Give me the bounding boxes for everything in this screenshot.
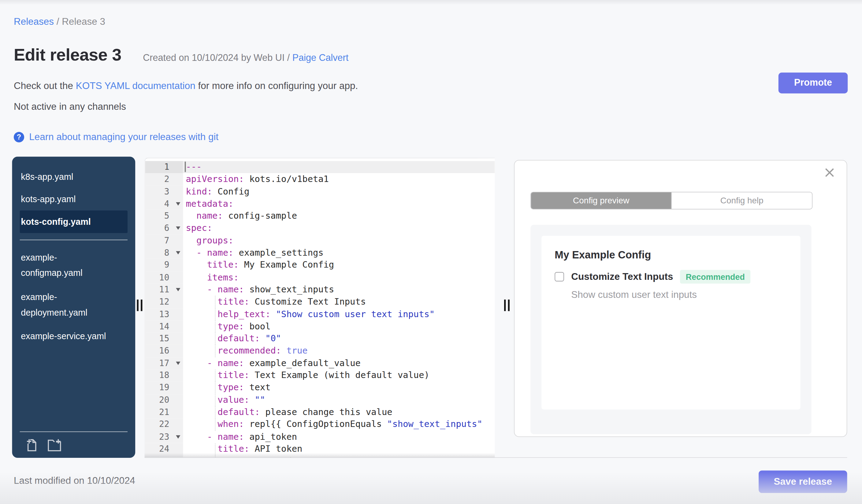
code-text[interactable]: metadata:: [183, 198, 495, 210]
kots-yaml-doc-link[interactable]: KOTS YAML documentation: [76, 80, 195, 91]
breadcrumb-releases-link[interactable]: Releases: [14, 16, 54, 27]
code-text[interactable]: title: Text Example (with default value): [183, 369, 495, 382]
code-line-15[interactable]: 15 default: "0": [145, 333, 495, 345]
file-item-kots-app.yaml[interactable]: kots-app.yaml: [20, 188, 128, 211]
question-icon[interactable]: ?: [14, 132, 24, 142]
line-number[interactable]: 9: [145, 259, 183, 271]
code-line-6[interactable]: 6spec:: [145, 222, 495, 235]
code-line-8[interactable]: 8 - name: example_settings: [145, 247, 495, 259]
file-item-label: k8s-app.yaml: [21, 171, 126, 183]
file-item-example-configmap.yaml[interactable]: example-configmap.yaml: [20, 246, 128, 285]
code-text[interactable]: spec:: [183, 222, 495, 235]
promote-button[interactable]: Promote: [779, 72, 848, 93]
code-text[interactable]: items:: [183, 271, 495, 283]
file-item-example-deployment.yaml[interactable]: example-deployment.yaml: [20, 285, 128, 325]
line-number[interactable]: 8: [145, 247, 183, 259]
code-text[interactable]: groups:: [183, 235, 495, 247]
code-text[interactable]: type: bool: [183, 320, 495, 333]
code-text[interactable]: default: "0": [183, 333, 495, 345]
fold-arrow-icon[interactable]: [176, 251, 180, 254]
line-number[interactable]: 5: [145, 210, 183, 222]
code-line-14[interactable]: 14 type: bool: [145, 320, 495, 333]
code-line-9[interactable]: 9 title: My Example Config: [145, 259, 495, 271]
line-number[interactable]: 12: [145, 296, 183, 308]
code-line-18[interactable]: 18 title: Text Example (with default val…: [145, 369, 495, 382]
splitter-handle-left[interactable]: [137, 300, 143, 311]
code-text[interactable]: value: "": [183, 394, 495, 406]
code-text[interactable]: recommended: true: [183, 345, 495, 357]
code-text[interactable]: - name: example_default_value: [183, 357, 495, 369]
code-token: please change this value: [260, 407, 392, 417]
line-number[interactable]: 2: [145, 173, 183, 186]
code-line-23[interactable]: 23 - name: api_token: [145, 430, 495, 443]
code-line-19[interactable]: 19 type: text: [145, 382, 495, 394]
tab-config-preview[interactable]: Config preview: [531, 193, 671, 209]
code-text[interactable]: title: My Example Config: [183, 259, 495, 271]
close-icon[interactable]: [823, 167, 836, 179]
line-number[interactable]: 7: [145, 235, 183, 247]
code-text[interactable]: - name: show_text_inputs: [183, 283, 495, 296]
line-number[interactable]: 10: [145, 271, 183, 283]
code-line-20[interactable]: 20 value: "": [145, 394, 495, 406]
code-line-13[interactable]: 13 help_text: "Show custom user text inp…: [145, 308, 495, 320]
code-line-22[interactable]: 22 when: repl{{ ConfigOptionEquals "show…: [145, 419, 495, 430]
new-folder-icon[interactable]: [47, 438, 62, 452]
created-author-link[interactable]: Paige Calvert: [292, 53, 349, 63]
code-text[interactable]: when: repl{{ ConfigOptionEquals "show_te…: [183, 419, 495, 430]
code-text[interactable]: - name: api_token: [183, 430, 495, 443]
line-number[interactable]: 3: [145, 186, 183, 198]
code-text[interactable]: name: config-sample: [183, 210, 495, 222]
line-number[interactable]: 20: [145, 394, 183, 406]
fold-arrow-icon[interactable]: [176, 202, 180, 205]
code-text[interactable]: title: Customize Text Inputs: [183, 296, 495, 308]
line-number[interactable]: 22: [145, 419, 183, 430]
line-number[interactable]: 1: [145, 161, 183, 173]
code-line-10[interactable]: 10 items:: [145, 271, 495, 283]
line-number[interactable]: 21: [145, 406, 183, 419]
file-item-example-service.yaml[interactable]: example-service.yaml: [20, 325, 128, 347]
customize-text-inputs-checkbox[interactable]: [554, 272, 564, 282]
code-token: [186, 431, 207, 442]
code-line-12[interactable]: 12 title: Customize Text Inputs: [145, 296, 495, 308]
code-text[interactable]: apiVersion: kots.io/v1beta1: [183, 173, 495, 186]
code-text[interactable]: help_text: "Show custom user text inputs…: [183, 308, 495, 320]
code-text[interactable]: - name: example_settings: [183, 247, 495, 259]
line-number[interactable]: 6: [145, 222, 183, 235]
fold-arrow-icon[interactable]: [176, 288, 180, 291]
code-line-4[interactable]: 4metadata:: [145, 198, 495, 210]
code-text[interactable]: type: text: [183, 382, 495, 394]
line-number[interactable]: 23: [145, 430, 183, 443]
code-text[interactable]: default: please change this value: [183, 406, 495, 419]
line-number[interactable]: 16: [145, 345, 183, 357]
line-number[interactable]: 4: [145, 198, 183, 210]
code-line-11[interactable]: 11 - name: show_text_inputs: [145, 283, 495, 296]
code-line-2[interactable]: 2apiVersion: kots.io/v1beta1: [145, 173, 495, 186]
code-text[interactable]: ---: [183, 161, 495, 173]
fold-arrow-icon[interactable]: [176, 435, 180, 439]
yaml-editor[interactable]: 1---2apiVersion: kots.io/v1beta13kind: C…: [145, 158, 495, 458]
checkbox-label[interactable]: Customize Text Inputs: [571, 271, 673, 282]
tab-config-help[interactable]: Config help: [671, 193, 812, 209]
fold-arrow-icon[interactable]: [176, 227, 180, 230]
file-item-k8s-app.yaml[interactable]: k8s-app.yaml: [20, 165, 128, 188]
code-line-1[interactable]: 1---: [145, 161, 495, 173]
code-line-5[interactable]: 5 name: config-sample: [145, 210, 495, 222]
splitter-handle-right[interactable]: [504, 300, 510, 311]
fold-arrow-icon[interactable]: [176, 361, 180, 365]
code-text[interactable]: kind: Config: [183, 186, 495, 198]
code-line-3[interactable]: 3kind: Config: [145, 186, 495, 198]
line-number[interactable]: 11: [145, 283, 183, 296]
line-number[interactable]: 19: [145, 382, 183, 394]
line-number[interactable]: 14: [145, 320, 183, 333]
line-number[interactable]: 13: [145, 308, 183, 320]
file-item-kots-config.yaml[interactable]: kots-config.yaml: [20, 210, 128, 233]
code-line-21[interactable]: 21 default: please change this value: [145, 406, 495, 419]
code-line-16[interactable]: 16 recommended: true: [145, 345, 495, 357]
line-number[interactable]: 17: [145, 357, 183, 369]
new-file-icon[interactable]: [25, 438, 40, 452]
git-releases-link[interactable]: Learn about managing your releases with …: [29, 132, 218, 143]
line-number[interactable]: 15: [145, 333, 183, 345]
line-number[interactable]: 18: [145, 369, 183, 382]
code-line-17[interactable]: 17 - name: example_default_value: [145, 357, 495, 369]
code-line-7[interactable]: 7 groups:: [145, 235, 495, 247]
